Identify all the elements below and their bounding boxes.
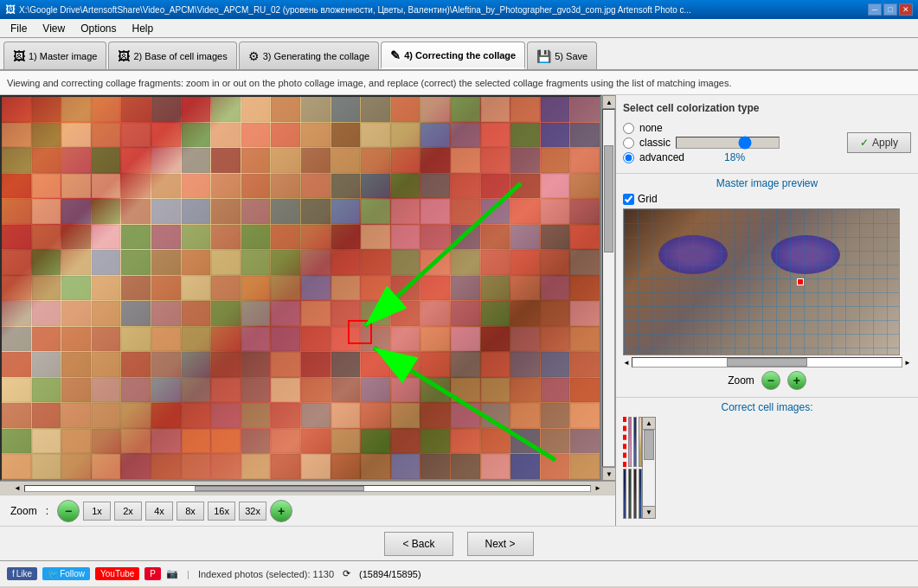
cell-thumb-4[interactable] [639,417,642,467]
collage-grid [2,97,600,479]
scroll-up-arrow[interactable]: ▲ [602,95,615,109]
radio-advanced[interactable] [623,152,634,163]
cell-thumb-8[interactable] [639,469,642,519]
collage-area[interactable] [0,95,601,481]
titlebar-controls: ─ □ ✕ [868,3,913,16]
menu-options[interactable]: Options [74,21,123,36]
tab-save[interactable]: 💾 5) Save [527,42,597,69]
social-buttons: f Like 🐦 Follow YouTube P 📷 [7,567,178,580]
hscroll-thumb[interactable] [195,486,364,491]
zoom-32x-button[interactable]: 32x [239,502,266,521]
tab-generating-collage[interactable]: ⚙ 3) Generating the collage [239,42,380,69]
zoom-2x-button[interactable]: 2x [114,502,142,521]
tab-base-cell-label: 2) Base of cell images [133,51,227,61]
base-cell-icon: 🖼 [118,49,130,63]
radio-none-label: none [639,122,663,134]
preview-hscroll-right[interactable]: ► [904,359,911,367]
facebook-button[interactable]: f Like [7,567,37,580]
hscroll-track[interactable] [24,485,591,492]
collage-vscroll[interactable]: ▲ ▼ [601,95,615,481]
cell-scroll-track[interactable] [643,430,655,506]
radio-advanced-row: advanced 18% [623,151,780,163]
menu-file[interactable]: File [3,21,34,36]
close-button[interactable]: ✕ [899,3,913,16]
cell-images-vscroll[interactable]: ▲ ▼ [642,417,656,519]
menu-help[interactable]: Help [125,21,161,36]
cell-thumb-2[interactable] [628,417,632,467]
tw-follow-label: Follow [60,569,85,578]
youtube-button[interactable]: YouTube [95,567,139,580]
hscroll-left-arrow[interactable]: ◄ [14,484,21,492]
nav-bottom: < Back Next > [0,526,918,560]
cell-thumb-1[interactable] [623,417,626,467]
preview-zoom-label: Zoom [728,374,754,387]
menu-view[interactable]: View [35,21,72,36]
zoom-4x-button[interactable]: 4x [145,502,173,521]
pi-icon: P [150,569,156,578]
master-preview-image[interactable] [623,208,900,355]
master-image-icon: 🖼 [13,49,25,63]
save-icon: 💾 [536,49,551,63]
cell-thumb-7[interactable] [633,469,637,519]
cell-thumb-6[interactable] [628,469,632,519]
tab-correcting-collage[interactable]: ✎ 4) Correcting the collage [381,42,525,69]
back-button[interactable]: < Back [384,532,453,556]
radio-none-row: none [623,122,780,134]
preview-hscroll[interactable] [632,357,902,368]
collage-hscroll[interactable]: ◄ ► [0,481,615,495]
cell-thumb-3[interactable] [633,417,637,467]
preview-hscroll-thumb[interactable] [727,358,807,367]
grid-label: Grid [638,193,658,205]
app-icon: 🖼 [5,3,16,16]
toolbar: 🖼 1) Master image 🖼 2) Base of cell imag… [0,38,918,71]
minimize-button[interactable]: ─ [868,3,882,16]
cell-scroll-thumb[interactable] [644,430,654,460]
zoom-plus-button[interactable]: + [270,500,292,522]
master-preview-title: Master image preview [623,177,911,189]
zoom-colon: : [46,505,48,517]
collage-canvas[interactable] [2,97,600,479]
zoom-1x-button[interactable]: 1x [83,502,111,521]
radio-classic-row: classic [623,137,780,149]
progress-label: (15894/15895) [359,569,421,579]
spinning-icon: ⟳ [343,568,350,579]
correcting-icon: ✎ [390,48,401,62]
apply-button[interactable]: ✓ Apply [847,132,911,153]
zoom-8x-button[interactable]: 8x [177,502,204,521]
tab-base-cell-images[interactable]: 🖼 2) Base of cell images [108,42,236,69]
selected-cell-dot [797,278,804,285]
radio-none[interactable] [623,123,634,134]
cell-scroll-down[interactable]: ▼ [643,506,655,518]
infobar: Viewing and correcting collage fragments… [0,71,918,95]
tab-master-image[interactable]: 🖼 1) Master image [3,42,106,69]
right-panel: Select cell colorization type none class… [615,95,918,526]
grid-checkbox-row: Grid [623,193,911,205]
scroll-down-arrow[interactable]: ▼ [602,467,615,481]
master-preview-section: Master image preview Grid ◄ ► [616,174,918,398]
cell-images-section: Correct cell images: ▲ [616,398,918,526]
hscroll-right-arrow[interactable]: ► [594,484,601,492]
classic-slider[interactable] [676,137,780,149]
zoom-minus-button[interactable]: − [57,500,80,522]
cell-scroll-up[interactable]: ▲ [643,418,655,430]
maximize-button[interactable]: □ [883,3,897,16]
apply-label: Apply [872,137,898,149]
grid-checkbox[interactable] [623,194,634,205]
fb-icon: f [12,569,15,578]
scroll-track[interactable] [602,109,615,467]
collage-image[interactable] [2,97,600,479]
zoom-bar: Zoom : − 1x 2x 4x 8x 16x 32x + [0,495,615,526]
preview-zoom-minus[interactable]: − [761,371,780,390]
zoom-label: Zoom [10,505,37,517]
selection-box [348,320,372,344]
preview-hscroll-left[interactable]: ◄ [623,359,630,367]
pinterest-button[interactable]: P [144,567,161,580]
preview-zoom-plus[interactable]: + [787,371,806,390]
twitter-button[interactable]: 🐦 Follow [42,567,90,580]
scroll-thumb[interactable] [604,145,613,252]
zoom-16x-button[interactable]: 16x [208,502,235,521]
next-button[interactable]: Next > [467,532,534,556]
cell-thumb-5[interactable] [623,469,626,519]
radio-classic[interactable] [623,137,634,149]
tab-master-image-label: 1) Master image [29,51,97,61]
